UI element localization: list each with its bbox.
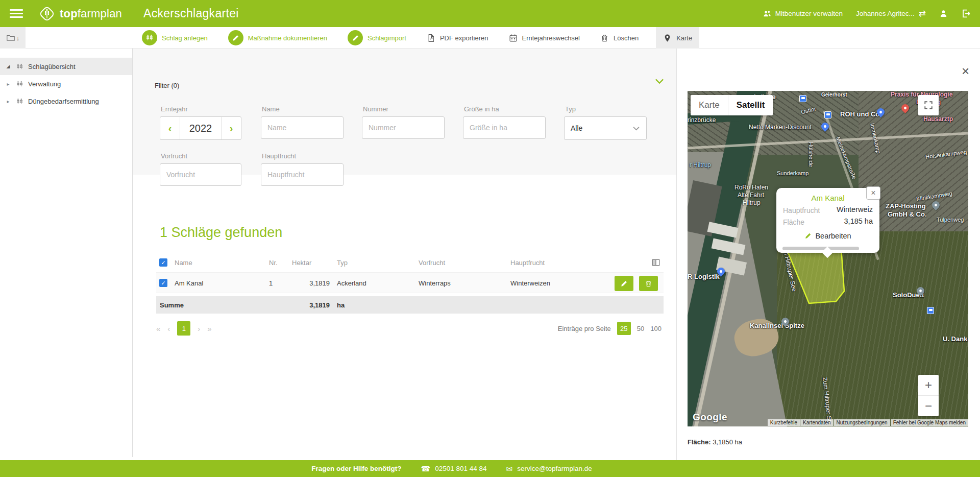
map-label: Tulpenweg (937, 217, 964, 223)
prev-page-icon[interactable]: ‹ (167, 324, 170, 333)
profile-button[interactable] (939, 9, 948, 18)
account-name: Johannes Agritec... (856, 10, 915, 17)
column-settings-icon[interactable] (651, 258, 660, 267)
zoom-in-button[interactable]: + (918, 375, 939, 396)
transit-stop-icon[interactable] (927, 307, 934, 314)
per-page-25[interactable]: 25 (617, 322, 631, 335)
caret-expanded-icon[interactable]: ◢ (5, 64, 11, 69)
attribution-link[interactable]: Kurzbefehle (768, 419, 800, 426)
fullscreen-icon (924, 101, 933, 110)
account-switcher[interactable]: Johannes Agritec... ⇄ (856, 8, 926, 19)
wheat-icon (16, 98, 23, 105)
erntejahr-label: Erntejahr (161, 105, 188, 113)
person-icon (939, 9, 948, 18)
map-type-satellit-button[interactable]: Satellit (728, 95, 773, 115)
col-hektar[interactable]: Hektar (292, 259, 311, 267)
first-page-icon[interactable]: « (156, 324, 160, 333)
caret-collapsed-icon[interactable]: ▸ (5, 99, 11, 104)
schlagimport-button[interactable]: Schlagimport (345, 27, 409, 49)
name-input[interactable] (261, 116, 344, 139)
switch-account-icon[interactable]: ⇄ (919, 8, 926, 19)
year-prev-button[interactable]: ‹ (160, 117, 180, 139)
map-zoom-control: + − (918, 375, 939, 416)
wheat-icon (16, 63, 23, 70)
pencil-icon (620, 280, 628, 288)
edit-row-button[interactable] (615, 276, 633, 291)
map-label: Sunderkamp (777, 170, 808, 176)
folder-download-button[interactable]: ↓ (0, 27, 26, 49)
footer-email[interactable]: ✉ service@topfarmplan.de (506, 464, 592, 473)
delete-row-button[interactable] (639, 276, 658, 291)
trash-icon (645, 280, 652, 288)
col-vorfrucht[interactable]: Vorfrucht (419, 259, 445, 267)
summary-unit: ha (337, 301, 345, 309)
popup-hauptfrucht-value: Winterweiz (837, 205, 873, 213)
col-hauptfrucht[interactable]: Hauptfrucht (510, 259, 545, 267)
groesse-input[interactable] (463, 116, 546, 139)
arrow-down-icon: ↓ (16, 34, 20, 42)
map-label: Hausarztp (923, 115, 953, 123)
hauptfrucht-input[interactable] (261, 163, 344, 186)
last-page-icon[interactable]: » (207, 324, 211, 333)
transit-stop-icon[interactable] (824, 111, 831, 118)
table-summary-row: Summe 3,1819 ha (156, 296, 664, 314)
col-nr[interactable]: Nr. (269, 259, 278, 267)
manage-users-button[interactable]: Mitbenutzer verwalten (763, 10, 843, 18)
per-page-100[interactable]: 100 (650, 325, 662, 332)
col-name[interactable]: Name (175, 259, 192, 267)
sidebar-item-duengebedarfsermittlung[interactable]: ▸ Düngebedarfsermittlung (0, 92, 132, 110)
map-label: rinzbrücke (688, 116, 716, 124)
pdf-exportieren-button[interactable]: PDF exportieren (424, 27, 492, 49)
table-row[interactable]: ✓ Am Kanal 1 3,1819 Ackerland Winterraps… (156, 272, 664, 293)
popup-close-button[interactable]: × (866, 186, 880, 200)
cell-hektar: 3,1819 (279, 279, 330, 287)
page-title: Ackerschlagkartei (143, 7, 239, 20)
fullscreen-button[interactable] (918, 95, 939, 115)
next-page-icon[interactable]: › (198, 324, 200, 333)
attribution-link[interactable]: Fehler bei Google Maps melden (891, 419, 968, 426)
app-logo[interactable]: topfarmplan (38, 5, 122, 22)
schlag-anlegen-button[interactable]: Schlag anlegen (139, 27, 211, 49)
table-header-row: ✓ Name Nr. Hektar Typ Vorfrucht Hauptfru… (156, 255, 664, 272)
popup-edit-button[interactable]: Bearbeiten (776, 232, 879, 240)
current-page[interactable]: 1 (177, 321, 190, 336)
filter-title[interactable]: Filter (0) (155, 82, 179, 89)
logout-button[interactable] (961, 9, 971, 18)
transit-stop-icon[interactable] (799, 95, 806, 102)
typ-select[interactable]: Alle (564, 116, 647, 140)
per-page-50[interactable]: 50 (637, 325, 644, 332)
nummer-input[interactable] (362, 116, 445, 139)
col-typ[interactable]: Typ (337, 259, 348, 267)
app-root: topfarmplan Ackerschlagkartei Mitbenutze… (0, 0, 980, 477)
map-label: RoRo Hafen (734, 184, 768, 191)
select-all-checkbox[interactable]: ✓ (159, 258, 167, 267)
trash-icon (600, 34, 609, 42)
popup-scrollbar[interactable] (782, 247, 859, 250)
caret-collapsed-icon[interactable]: ▸ (5, 81, 11, 87)
attribution-link[interactable]: Nutzungsbedingungen (834, 419, 890, 426)
chevron-down-icon (632, 126, 640, 131)
hamburger-menu-icon[interactable] (10, 9, 23, 18)
year-next-button[interactable]: › (222, 117, 241, 139)
name-label: Name (262, 105, 280, 113)
cell-name[interactable]: Am Kanal (175, 279, 203, 287)
row-checkbox[interactable]: ✓ (159, 279, 167, 287)
sidebar-tree: ◢ Schlagübersicht ▸ Verwaltung ▸ Düngebe… (0, 49, 133, 457)
massnahme-dokumentieren-button[interactable]: Maßnahme dokumentieren (225, 27, 330, 49)
hauptfrucht-label: Hauptfrucht (262, 152, 296, 160)
sidebar-item-schlaguebersicht[interactable]: ◢ Schlagübersicht (0, 58, 132, 75)
map-label: r Hiltrup (690, 161, 711, 169)
sidebar-item-verwaltung[interactable]: ▸ Verwaltung (0, 75, 132, 92)
calendar-icon (509, 34, 518, 42)
filter-collapse-chevron-icon[interactable] (654, 78, 665, 84)
attribution-link[interactable]: Kartendaten (800, 419, 834, 426)
karte-toggle-button[interactable]: Karte (656, 27, 699, 49)
erntejahreswechsel-button[interactable]: Erntejahreswechsel (506, 27, 583, 49)
groesse-label: Größe in ha (464, 105, 499, 113)
footer-phone[interactable]: ☎ 02501 801 44 84 (421, 464, 487, 473)
vorfrucht-input[interactable] (160, 163, 241, 186)
map-type-karte-button[interactable]: Karte (691, 95, 728, 115)
zoom-out-button[interactable]: − (918, 396, 939, 416)
close-map-icon[interactable]: × (962, 64, 969, 78)
loeschen-button[interactable]: Löschen (597, 27, 642, 49)
